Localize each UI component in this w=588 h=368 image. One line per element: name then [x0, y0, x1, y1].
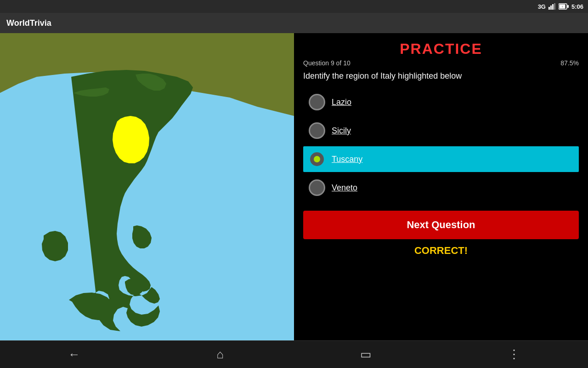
radio-sicily	[309, 122, 325, 139]
label-sicily: Sicily	[332, 126, 351, 136]
question-info-row: Question 9 of 10 87.5%	[303, 59, 579, 67]
label-veneto: Veneto	[332, 183, 357, 193]
app-title: WorldTrivia	[6, 18, 51, 28]
signal-indicator: 3G	[538, 3, 546, 10]
home-button[interactable]: ⌂	[205, 344, 235, 365]
svg-rect-6	[567, 5, 569, 8]
time-display: 5:06	[571, 3, 583, 10]
radio-tuscany	[309, 151, 325, 167]
radio-lazio	[309, 94, 325, 110]
svg-rect-3	[554, 3, 555, 10]
question-counter: Question 9 of 10	[303, 59, 351, 67]
back-button[interactable]: ←	[57, 344, 91, 365]
menu-button[interactable]: ⋮	[497, 344, 531, 365]
battery-icon	[559, 3, 569, 10]
italy-map	[0, 33, 294, 340]
status-bar: 3G 5:06	[0, 0, 588, 13]
label-tuscany: Tuscany	[332, 155, 362, 164]
radio-veneto	[309, 179, 325, 196]
signal-bars-icon	[548, 3, 556, 10]
quiz-area: PRACTICE Question 9 of 10 87.5% Identify…	[294, 33, 588, 340]
question-text: Identify the region of Italy highlighted…	[303, 71, 579, 81]
svg-rect-0	[548, 7, 550, 10]
option-tuscany[interactable]: Tuscany	[303, 146, 579, 172]
next-question-button[interactable]: Next Question	[303, 211, 579, 239]
svg-rect-2	[552, 4, 554, 10]
correct-feedback: CORRECT!	[303, 245, 579, 257]
app-bar: WorldTrivia	[0, 13, 588, 33]
score-display: 87.5%	[560, 59, 579, 67]
label-lazio: Lazio	[332, 98, 351, 107]
map-area	[0, 33, 294, 340]
option-veneto[interactable]: Veneto	[303, 175, 579, 201]
option-lazio[interactable]: Lazio	[303, 89, 579, 115]
practice-title: PRACTICE	[303, 40, 579, 58]
nav-bar: ← ⌂ ▭ ⋮	[0, 340, 588, 368]
svg-rect-1	[550, 6, 552, 10]
main-content: PRACTICE Question 9 of 10 87.5% Identify…	[0, 33, 588, 340]
option-sicily[interactable]: Sicily	[303, 118, 579, 144]
recents-button[interactable]: ▭	[349, 344, 383, 365]
